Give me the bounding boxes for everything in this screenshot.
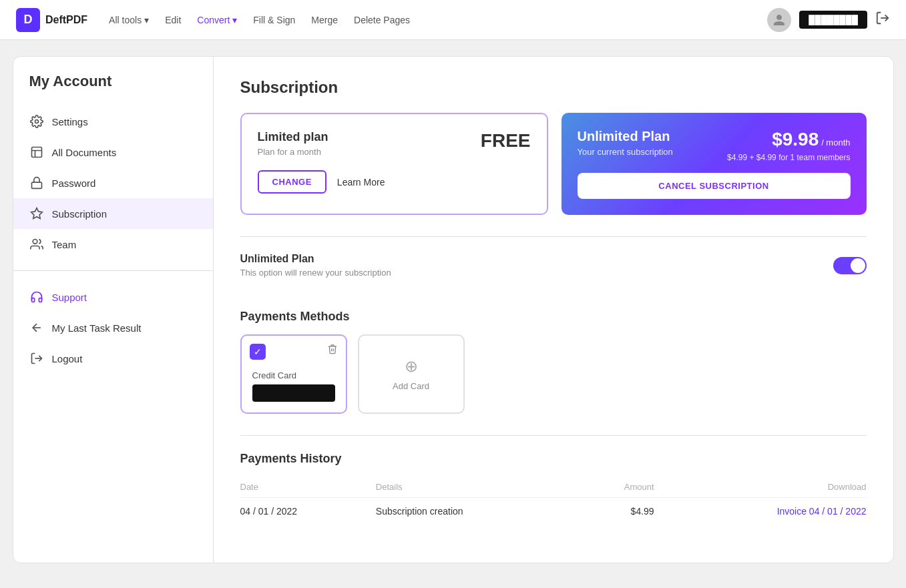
payment-methods-row: ✓ Credit Card ████████████████ ⊕ Add Car…: [240, 334, 867, 414]
payments-history-title: Payments History: [240, 452, 867, 466]
card-check-icon: ✓: [250, 344, 266, 360]
nav-convert[interactable]: Convert ▾: [197, 15, 237, 25]
sidebar-label-team: Team: [52, 239, 77, 250]
unlimited-plan-current-sub: Your current subscription: [578, 147, 673, 157]
card-trash-icon[interactable]: [327, 344, 338, 357]
col-details: Details: [376, 477, 583, 498]
free-plan-name: Limited plan: [258, 130, 328, 144]
sidebar-label-last-task: My Last Task Result: [52, 322, 142, 334]
cancel-subscription-button[interactable]: CANCEL SUBSCRIPTION: [578, 173, 851, 199]
nav-edit[interactable]: Edit: [165, 15, 181, 25]
sidebar-item-support[interactable]: Support: [13, 282, 213, 312]
add-card-label: Add Card: [393, 381, 429, 391]
unlimited-plan-price: $9.98: [772, 129, 819, 150]
sidebar-label-settings: Settings: [52, 116, 88, 127]
sidebar-item-settings[interactable]: Settings: [13, 106, 213, 137]
nav: All tools ▾ Edit Convert ▾ Fill & Sign M…: [109, 15, 767, 25]
renewal-title: Unlimited Plan: [240, 253, 391, 265]
sidebar: My Account Settings All Documents Passwo…: [13, 57, 214, 563]
credit-card-label: Credit Card: [252, 370, 335, 380]
nav-merge[interactable]: Merge: [311, 15, 338, 25]
renewal-section: Unlimited Plan This option will renew yo…: [240, 236, 867, 294]
free-plan-card: Limited plan Plan for a month FREE CHANG…: [240, 113, 548, 215]
unlimited-plan-period: / month: [821, 137, 850, 148]
header: D DeftPDF All tools ▾ Edit Convert ▾ Fil…: [0, 0, 906, 40]
chevron-down-icon: ▾: [232, 15, 237, 25]
learn-more-link[interactable]: Learn More: [337, 177, 385, 188]
renewal-toggle[interactable]: [833, 257, 867, 274]
unlimited-plan-pricing: $9.98 / month $4.99 + $4.99 for 1 team m…: [727, 129, 850, 162]
star-icon: [29, 206, 44, 221]
payment-methods-section: Payments Methods ✓ Credit Card █████████…: [240, 310, 867, 414]
user-name-block[interactable]: ████████: [799, 11, 867, 29]
sidebar-item-subscription[interactable]: Subscription: [13, 198, 213, 229]
payment-methods-title: Payments Methods: [240, 310, 867, 324]
header-right: ████████: [767, 8, 890, 32]
credit-card-item[interactable]: ✓ Credit Card ████████████████: [240, 334, 347, 414]
logo-icon: D: [16, 8, 40, 32]
page-title: Subscription: [240, 78, 867, 97]
main-container: My Account Settings All Documents Passwo…: [13, 56, 894, 563]
unlimited-plan-name: Unlimited Plan: [578, 129, 673, 144]
payments-history-table: Date Details Amount Download 04 / 01 / 2…: [240, 477, 867, 525]
unlimited-plan-breakdown: $4.99 + $4.99 for 1 team members: [727, 153, 850, 162]
logout-icon: [29, 351, 44, 366]
header-logout-icon[interactable]: [875, 11, 890, 29]
sidebar-label-all-documents: All Documents: [52, 147, 117, 158]
change-button[interactable]: CHANGE: [258, 170, 326, 194]
row-download[interactable]: Invoice 04 / 01 / 2022: [654, 498, 867, 525]
nav-all-tools[interactable]: All tools ▾: [109, 15, 149, 25]
chevron-down-icon: ▾: [144, 15, 149, 25]
col-amount: Amount: [583, 477, 654, 498]
sidebar-label-password: Password: [52, 178, 96, 189]
content-area: Subscription Limited plan Plan for a mon…: [214, 57, 893, 563]
plans-row: Limited plan Plan for a month FREE CHANG…: [240, 113, 867, 215]
row-details: Subscription creation: [376, 498, 583, 525]
nav-fill-sign[interactable]: Fill & Sign: [253, 15, 295, 25]
sidebar-item-team[interactable]: Team: [13, 229, 213, 260]
payments-history-section: Payments History Date Details Amount Dow…: [240, 435, 867, 525]
logo-text: DeftPDF: [45, 14, 87, 26]
free-plan-actions: CHANGE Learn More: [258, 170, 531, 194]
sidebar-item-password[interactable]: Password: [13, 168, 213, 198]
svg-rect-5: [31, 182, 41, 188]
unlimited-plan-card: Unlimited Plan Your current subscription…: [561, 113, 867, 215]
sidebar-title: My Account: [13, 73, 213, 106]
svg-point-1: [35, 120, 38, 123]
sidebar-label-support: Support: [52, 292, 87, 303]
sidebar-item-logout[interactable]: Logout: [13, 343, 213, 374]
team-icon: [29, 237, 44, 252]
renewal-description: This option will renew your subscription: [240, 268, 391, 278]
row-date: 04 / 01 / 2022: [240, 498, 376, 525]
document-icon: [29, 145, 44, 160]
sidebar-label-subscription: Subscription: [52, 208, 107, 220]
plus-circle-icon: ⊕: [405, 357, 418, 376]
sidebar-divider: [13, 270, 213, 271]
credit-card-number: ████████████████: [252, 384, 335, 402]
row-amount: $4.99: [583, 498, 654, 525]
add-card-button[interactable]: ⊕ Add Card: [358, 334, 465, 414]
col-date: Date: [240, 477, 376, 498]
svg-rect-2: [31, 148, 41, 158]
logo[interactable]: D DeftPDF: [16, 8, 87, 32]
lock-icon: [29, 176, 44, 190]
sidebar-item-last-task[interactable]: My Last Task Result: [13, 312, 213, 343]
arrow-left-icon: [29, 320, 44, 335]
toggle-knob: [851, 258, 865, 273]
free-plan-desc: Plan for a month: [258, 147, 328, 157]
svg-marker-6: [31, 208, 42, 219]
nav-delete-pages[interactable]: Delete Pages: [354, 15, 410, 25]
avatar: [767, 8, 791, 32]
sidebar-label-logout: Logout: [52, 353, 83, 364]
table-row: 04 / 01 / 2022 Subscription creation $4.…: [240, 498, 867, 525]
headset-icon: [29, 290, 44, 304]
sidebar-item-all-documents[interactable]: All Documents: [13, 137, 213, 168]
free-plan-price: FREE: [481, 130, 531, 152]
col-download: Download: [654, 477, 867, 498]
svg-point-7: [33, 240, 37, 244]
gear-icon: [29, 114, 44, 129]
